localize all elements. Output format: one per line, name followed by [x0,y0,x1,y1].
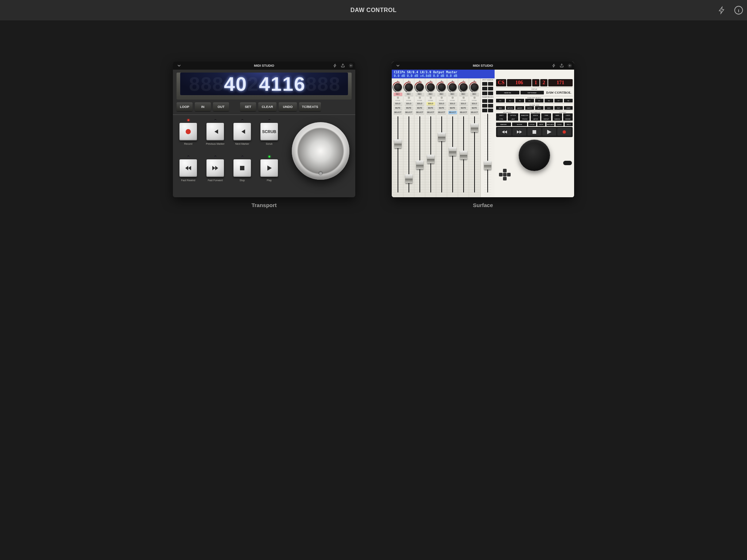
bolt-icon[interactable] [718,5,726,15]
plugin-button[interactable] [488,82,493,86]
vpot-knob[interactable] [460,83,468,91]
share-icon[interactable] [560,63,564,68]
play-button[interactable] [542,128,556,136]
forward-button[interactable] [512,128,526,136]
trim-button[interactable]: TRIM [541,113,551,117]
latch-button[interactable]: LATCH [531,117,541,121]
undo-button[interactable]: UNDO [563,113,573,117]
mute-button[interactable]: MUTE [459,106,468,110]
loop-button[interactable]: LOOP [177,102,193,111]
option-button[interactable]: OPTION [508,113,518,117]
click-button[interactable]: CLICK [556,122,564,126]
transport-card[interactable]: MIDI STUDIO 8884024116888 LOOPINOUTSETCL… [173,62,355,208]
fast-rewind-button[interactable]: Fast Rewind [177,155,200,188]
solo-button[interactable]: SOLO [405,102,413,105]
touch-button[interactable]: TOUCH [520,117,530,121]
mute-button[interactable]: MUTE [426,106,435,110]
select-button[interactable]: SELECT [415,111,424,114]
mute-button[interactable]: MUTE [394,106,402,110]
shift-button[interactable]: SHIFT [496,113,507,117]
share-icon[interactable] [341,63,345,68]
solo-button[interactable]: SOLO [437,102,446,105]
bolt-icon[interactable] [333,63,337,68]
audio-button[interactable]: AUDIO [515,106,524,110]
out-button[interactable]: OUT [554,106,563,110]
f1-button[interactable]: F1 [496,99,505,102]
stop-button[interactable]: Stop [231,155,254,188]
select-button[interactable]: SELECT [437,111,446,114]
midi-button[interactable]: MIDI [496,106,505,110]
instr-button[interactable]: INSTR [525,106,534,110]
master-fader[interactable] [484,161,491,170]
set-button[interactable]: SET [240,102,256,111]
inputs-button[interactable]: INPUTS [506,106,515,110]
solo-button[interactable]: SOLO [394,102,402,105]
track-button[interactable] [482,87,487,90]
gear-icon[interactable] [349,63,353,68]
chevron-down-icon[interactable] [177,63,182,68]
instr-button[interactable] [488,92,493,95]
aux-button[interactable]: AUX [535,106,544,110]
select-button[interactable]: SELECT [405,111,413,114]
f3-button[interactable]: F3 [515,99,524,102]
user-button[interactable]: USER [564,106,573,110]
scrub-toggle[interactable] [563,161,572,165]
prev-marker-button[interactable]: Previous Marker [204,118,227,152]
replace-button[interactable]: REPLACE [546,122,554,126]
rewind-button[interactable] [498,128,511,136]
record-button[interactable] [557,128,571,136]
rec-button[interactable]: REC [394,93,402,96]
fader[interactable] [394,139,402,148]
solo-button[interactable]: SOLO [470,102,479,105]
mute-button[interactable]: MUTE [415,106,424,110]
readoff-button[interactable]: READ/OFF [520,113,530,117]
select-button[interactable]: SELECT [459,111,468,114]
save-button[interactable]: SAVE [553,113,562,117]
f8-button[interactable]: F8 [564,99,573,102]
select-button[interactable]: SELECT [448,111,457,114]
rec-button[interactable]: REC [448,93,457,96]
cancel-button[interactable]: CANCEL [553,117,562,121]
vpot-knob[interactable] [438,83,446,91]
vpot-knob[interactable] [394,83,402,91]
info-icon[interactable] [734,5,743,15]
zoom-dpad[interactable] [499,169,511,180]
out-button[interactable]: OUT [213,102,229,111]
solo-button[interactable]: SOLO [459,102,468,105]
f4-button[interactable]: F4 [525,99,534,102]
play-button[interactable]: Play [258,155,281,188]
rec-button[interactable]: REC [426,93,435,96]
enter-button[interactable]: ENTER [563,117,573,121]
rec-button[interactable]: REC [470,93,479,96]
solo-button[interactable]: SOLO [448,102,457,105]
clear-button[interactable]: CLEAR [258,102,276,111]
mute-button[interactable]: MUTE [448,106,457,110]
mute-button[interactable]: MUTE [405,106,413,110]
select-button[interactable]: SELECT [470,111,479,114]
rec-button[interactable]: REC [437,93,446,96]
eq-button[interactable] [482,92,487,95]
vpot-knob[interactable] [449,83,457,91]
bus-button[interactable]: BUS [545,106,553,110]
solo-button[interactable]: SOLO [426,102,435,105]
send-button[interactable] [488,87,493,90]
mute-button[interactable]: MUTE [437,106,446,110]
rec-button[interactable]: REC [405,93,413,96]
next-marker-button[interactable]: Next Marker [231,118,254,152]
fader[interactable] [449,147,456,156]
gear-icon[interactable] [568,63,572,68]
bolt-icon[interactable] [552,63,556,68]
undo-button[interactable]: UNDO [279,102,297,111]
fader[interactable] [471,123,478,132]
rec-button[interactable]: REC [415,93,424,96]
fader[interactable] [460,151,467,159]
vpot-knob[interactable] [416,83,424,91]
vpot-knob[interactable] [427,83,435,91]
f2-button[interactable]: F2 [506,99,515,102]
in-button[interactable]: IN [195,102,211,111]
alt-button[interactable]: ¤/ALT [508,117,518,121]
fader[interactable] [438,132,445,141]
mute-button[interactable]: MUTE [470,106,479,110]
fader[interactable] [405,174,413,183]
vpot-knob[interactable] [471,83,479,91]
